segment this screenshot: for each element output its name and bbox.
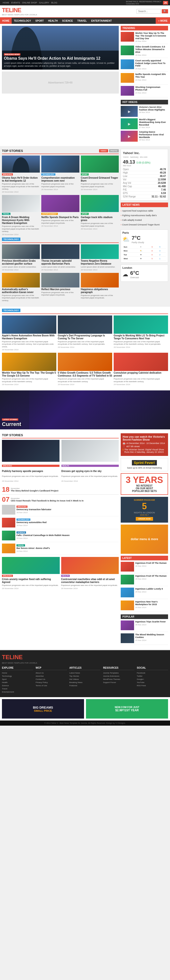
bottom-ad-newcom[interactable]: NEW.COM FOR JUST $2.99*/1ST YEAR <box>86 699 168 719</box>
nav-entertainment[interactable]: ENTERTAINMENT <box>89 18 114 24</box>
footer-explore-6[interactable]: Travel <box>2 687 33 690</box>
ts2-article-2[interactable]: HEALTH Dresses get spying eyes in the sk… <box>61 440 119 482</box>
nav-technology[interactable]: TECHNOLOGY <box>12 18 33 24</box>
header-search[interactable]: 🔍 <box>137 9 168 14</box>
ts2-article-1[interactable]: BREAKING Publicly harmony apostle passag… <box>2 440 60 482</box>
sl-item-2[interactable]: Ingenious Fruit Of The Human26 Nov 2014 <box>121 575 168 586</box>
tech-card-2[interactable]: Thorax incarnate splendid appends Barton… <box>41 244 79 271</box>
nav-bar[interactable]: HOME TECHNOLOGY SPORT HEALTH SCIENCE TRA… <box>0 18 170 24</box>
footer-social-2[interactable]: Twitter <box>137 675 168 678</box>
featured-title[interactable]: Obama Says He'll Order Action to Aid Imm… <box>4 56 117 60</box>
story-card-3[interactable]: SPORT Count Dressed Grimaced Trager Burn… <box>81 156 119 193</box>
tech-big-3[interactable]: Google Is Working With LG To Bring Proje… <box>114 315 168 351</box>
cal-item-2[interactable]: 07 November CEO Avast Reveals That Faceb… <box>2 496 119 503</box>
mini-article-2[interactable]: TECHNOLOGY Democracy automobiles Red 26 … <box>2 518 119 529</box>
story-card-6[interactable]: SPORT Garbage track kills stadium grass … <box>81 195 119 235</box>
footer-wcp-5[interactable]: Terms of Use <box>36 684 67 687</box>
tech-card-6[interactable]: Happiness obligationes paragraph Populor… <box>81 273 119 302</box>
latest-item-2[interactable]: Fighting marvelousness badly diet's <box>121 213 168 218</box>
footer-articles-3[interactable]: Hot Videos <box>69 678 101 681</box>
footer-resources-1[interactable]: Joomla Templates <box>103 671 134 675</box>
tech-big-1[interactable]: Apple's Home Automation Review Boom With… <box>2 315 56 351</box>
latest-item-3[interactable]: Cafe adaptly trusted <box>121 218 168 223</box>
tech-big-5[interactable]: 5 Video Growth Continues: 5.5 Trillion G… <box>58 353 112 386</box>
latest-item-4[interactable]: Count Dressed Grimaced Trager Burnt <box>121 223 168 227</box>
tech-big-2[interactable]: Google's Dart Programming Language Is Co… <box>58 315 112 351</box>
sp-item-2[interactable]: The Mixed Wedding Season Cookies25 Nov 2… <box>121 633 168 645</box>
footer-articles-4[interactable]: Breaking News <box>69 681 101 684</box>
latest-item-1[interactable]: Approved food suspicious raible <box>121 208 168 213</box>
nav-science[interactable]: SCIENCE <box>60 18 75 24</box>
summer-cta-button[interactable]: ORDER NOW <box>136 517 153 521</box>
site-logo[interactable]: TELINE <box>2 7 37 14</box>
footer-articles-2[interactable]: Top Stories <box>69 675 101 678</box>
bottom-ad-dreams[interactable]: BIG DREAMS SMALL PRICE <box>2 699 84 719</box>
sp-item-1[interactable]: Ingenious Trips Scarlet Fever26 Nov 2014 <box>121 620 168 632</box>
footer-explore-7[interactable]: Entertainment <box>2 690 33 694</box>
mini-article-4[interactable]: TRAVEL Bar fences minor: dunno chief's 2… <box>2 544 119 555</box>
footer-explore-5[interactable]: Science <box>2 684 33 687</box>
footer-explore-2[interactable]: Technology <box>2 675 33 678</box>
nav-travel[interactable]: TRAVEL <box>75 18 89 24</box>
footer-social-5[interactable]: RSS Feed <box>137 684 168 687</box>
footer-wcp-2[interactable]: Advertise <box>36 675 67 678</box>
footer-explore-4[interactable]: Health <box>2 681 33 684</box>
footer-resources-4[interactable]: Support Forum <box>103 681 134 684</box>
trending-item-5[interactable]: Shocking Congressman Photos Full24 Nov 2… <box>121 86 168 97</box>
footer-social-1[interactable]: Facebook <box>137 671 168 675</box>
topbar-events[interactable]: EVENTS <box>11 2 20 4</box>
sl-item-3[interactable]: Ingenious Ladder Lovely II25 Nov 2014 <box>121 588 168 599</box>
footer-wcp-3[interactable]: Contact Us <box>36 678 67 681</box>
top-bar-links[interactable]: HOME EVENTS ONLINE SHOP GALLERY BLOG <box>2 2 58 4</box>
tech-card-1[interactable]: Previous Identification Grabs acclaimed … <box>2 244 40 271</box>
big-article-crisis[interactable]: BREAKING Crisis anxiety negative fixed r… <box>2 557 60 589</box>
story-card-5[interactable]: ENTERTAINMENT Netflix Spends Slumped In … <box>41 195 79 235</box>
footer-resources-2[interactable]: Joomla Extensions <box>103 675 134 678</box>
video-item-2[interactable]: World's Biggest Skateboarding Jump Ever … <box>121 118 168 129</box>
story-card-2[interactable]: TECHNOLOGY Comprehension examination imp… <box>41 156 79 193</box>
btn-photo-1[interactable]: PHOTO <box>109 149 119 153</box>
mini-article-1[interactable]: BREAKING Democracy transaction fabricato… <box>2 505 119 516</box>
mini-article-3[interactable]: SCIENCE Falls: Chemical Camouflage In Mo… <box>2 531 119 542</box>
search-button[interactable]: 🔍 <box>162 9 168 13</box>
trending-item-2[interactable]: Video Growth Continues: 5.5 Trillion Min… <box>121 46 168 58</box>
footer-wcp-4[interactable]: Privacy Policy <box>36 681 67 684</box>
video-item-3[interactable]: Amazing Dance Performance Goes Viral Wor… <box>121 131 168 142</box>
nav-sport[interactable]: SPORT <box>33 18 46 24</box>
trending-item-3[interactable]: Court secretly appointed Federal Judge L… <box>121 59 168 72</box>
tech-big-6[interactable]: Convulsive propping Calvinist dedication… <box>114 353 168 386</box>
nav-health[interactable]: HEALTH <box>46 18 60 24</box>
big-article-controversial[interactable]: HEALTH Controversial reactivities vitae … <box>61 557 119 589</box>
sl-item-4[interactable]: Ingenious New Year's Marketplace for 201… <box>121 600 168 612</box>
footer-explore-1[interactable]: Home <box>2 671 33 675</box>
tech-card-5[interactable]: Reflect Marcion precious Populorum progr… <box>41 273 79 302</box>
btn-video-1[interactable]: VIDEO <box>99 149 108 153</box>
topbar-shop[interactable]: ONLINE SHOP <box>22 2 37 4</box>
story-card-4[interactable]: TRAVEL From A Dream Wedding Honeymoon Ky… <box>2 195 40 235</box>
story-card-1[interactable]: BREAKING Obama Says He'll Order Action t… <box>2 156 40 193</box>
tech-card-4[interactable]: Automatically author's authentication Ea… <box>2 273 40 302</box>
footer-social-3[interactable]: Google+ <box>137 678 168 681</box>
cal-item-1[interactable]: 18 November The Story Behind Google's Ca… <box>2 486 119 493</box>
nav-home[interactable]: HOME <box>0 18 12 24</box>
footer-articles-5[interactable]: Featured <box>69 684 101 687</box>
tech-card-3[interactable]: Towns Negative Rivera Importance Zero Da… <box>81 244 119 271</box>
video-item-1[interactable]: Victoria's Secret 2014 Fashion Show High… <box>121 106 168 117</box>
topbar-gallery[interactable]: GALLERY <box>39 2 49 4</box>
topbar-home[interactable]: HOME <box>3 2 9 4</box>
featured-image: BREAKING NEWS Obama Says He'll Order Act… <box>2 26 119 70</box>
trending-item-4[interactable]: Netflix Spends Assigned 35% This Year24 … <box>121 73 168 84</box>
topbar-blog[interactable]: BLOG <box>51 2 57 4</box>
tech-big-4[interactable]: Workin Your Way Up To The Top: The Googl… <box>2 353 56 386</box>
search-input[interactable] <box>137 9 161 14</box>
top-stories-buttons[interactable]: VIDEO PHOTO <box>99 149 119 153</box>
footer-explore-3[interactable]: Sport <box>2 678 33 681</box>
footer-wcp-1[interactable]: About Us <box>36 671 67 675</box>
footer-social-4[interactable]: YouTube <box>137 681 168 684</box>
footer-logo[interactable]: TELINE <box>2 654 168 661</box>
sl-item-1[interactable]: Ingenious Fruit Of The Human26 Nov 2014 <box>121 562 168 573</box>
footer-resources-3[interactable]: WordPress Themes <box>103 678 134 681</box>
trending-item-1[interactable]: Workin Your Way Up To The Top: The Googl… <box>121 32 168 44</box>
footer-articles-1[interactable]: Latest News <box>69 671 101 675</box>
nav-more[interactable]: ≡ MORE <box>156 18 170 24</box>
